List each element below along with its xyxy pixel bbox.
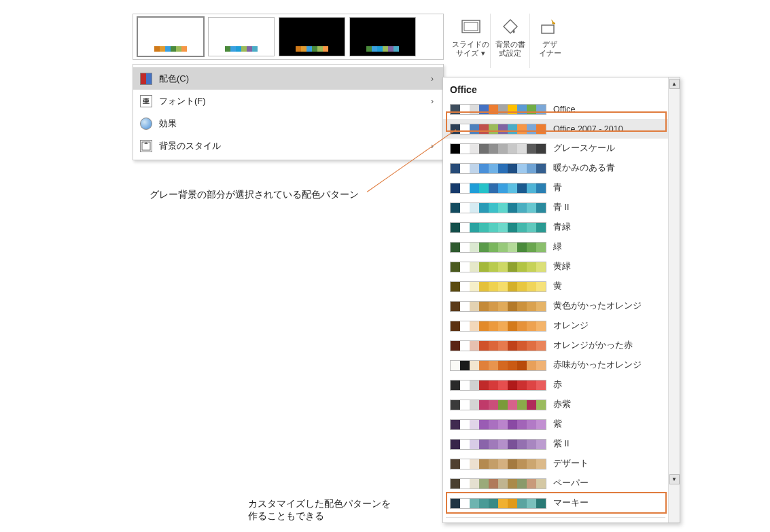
popup-bg-styles[interactable]: 背景のスタイル › — [133, 135, 443, 157]
scrollbar[interactable]: ▲ ▼ — [668, 77, 680, 522]
popup-bg-styles-label: 背景のスタイル — [159, 140, 424, 152]
separator — [446, 517, 665, 518]
color-scheme-label: 緑 — [553, 241, 661, 253]
variant-thumb-2[interactable] — [208, 17, 275, 56]
color-scheme-item[interactable]: オレンジがかった赤 — [443, 336, 668, 355]
color-swatch-set — [450, 459, 546, 469]
color-scheme-label: 黄色がかったオレンジ — [553, 300, 661, 312]
color-scheme-label: 紫 II — [553, 438, 661, 450]
color-scheme-item[interactable]: 紫 II — [443, 434, 668, 454]
designer-button[interactable]: デザ イナー — [530, 14, 570, 68]
popup-fonts[interactable]: 亜 フォント(F) › — [133, 90, 443, 112]
variant-swatch — [225, 46, 258, 52]
variant-thumb-1[interactable] — [137, 17, 204, 56]
variants-popup: 配色(C) › 亜 フォント(F) › 効果 背景のスタイル › — [133, 64, 444, 160]
popup-effects[interactable]: 効果 — [133, 112, 443, 135]
popup-colors[interactable]: 配色(C) › — [133, 67, 443, 90]
color-scheme-item[interactable]: 暖かみのある青 — [443, 158, 668, 178]
background-format-icon — [500, 16, 521, 37]
popup-colors-label: 配色(C) — [159, 73, 424, 85]
color-scheme-item[interactable]: オレンジ — [443, 316, 668, 336]
color-scheme-item[interactable]: ペーパー — [443, 474, 668, 493]
colors-icon — [140, 73, 152, 85]
color-scheme-label: オレンジがかった赤 — [553, 340, 661, 351]
color-scheme-item[interactable]: 黄 — [443, 277, 668, 296]
color-swatch-set — [450, 340, 546, 351]
variant-swatch — [296, 46, 328, 52]
flyout-header: Office — [443, 82, 668, 99]
color-scheme-flyout: Office OfficeOffice 2007 - 2010グレースケール暖か… — [442, 77, 680, 523]
slide-size-label: スライドの サイズ ▾ — [452, 40, 489, 57]
slide-size-button[interactable]: スライドの サイズ ▾ — [451, 14, 491, 68]
variant-thumb-3[interactable] — [279, 17, 345, 56]
color-swatch-set — [450, 202, 546, 213]
scroll-up-button[interactable]: ▲ — [669, 79, 680, 89]
color-scheme-label: 青 — [553, 182, 661, 194]
color-scheme-item[interactable]: Office 2007 - 2010 — [443, 119, 668, 139]
variant-gallery — [133, 14, 444, 60]
variant-swatch — [154, 46, 187, 52]
designer-label: デザ イナー — [539, 40, 561, 57]
color-swatch-set — [450, 360, 546, 371]
color-scheme-item[interactable]: Office — [443, 99, 668, 119]
ribbon-group-customize: スライドの サイズ ▾ 背景の書 式設定 デザ イナー — [451, 14, 570, 68]
customize-colors[interactable]: 色のカスタマイズ(C)... — [443, 522, 668, 522]
color-scheme-label: 青緑 — [553, 221, 661, 233]
slide-size-icon — [460, 16, 482, 37]
color-scheme-label: 暖かみのある青 — [553, 162, 661, 174]
color-scheme-label: 赤 — [553, 379, 661, 391]
color-scheme-label: グレースケール — [553, 143, 661, 154]
color-swatch-set — [450, 242, 546, 253]
color-scheme-label: 青 II — [553, 202, 661, 213]
color-scheme-item[interactable]: マーキー — [443, 493, 668, 513]
color-scheme-item[interactable]: グレースケール — [443, 139, 668, 158]
color-swatch-set — [450, 222, 546, 233]
color-scheme-item[interactable]: 青 II — [443, 198, 668, 217]
annotation-customize-2: 作ることもできる — [248, 510, 324, 522]
color-scheme-label: マーキー — [553, 497, 661, 509]
color-swatch-set — [450, 183, 546, 194]
svg-rect-2 — [542, 25, 554, 33]
color-scheme-item[interactable]: 緑 — [443, 237, 668, 257]
color-scheme-label: 黄緑 — [553, 261, 661, 272]
variant-swatch — [366, 46, 399, 52]
color-scheme-label: Office 2007 - 2010 — [553, 124, 661, 134]
scroll-down-button[interactable]: ▼ — [669, 474, 680, 484]
annotation-selected-scheme: グレー背景の部分が選択されている配色パターン — [150, 189, 359, 201]
color-scheme-item[interactable]: デザート — [443, 454, 668, 474]
color-swatch-set — [450, 104, 546, 115]
color-swatch-set — [450, 439, 546, 450]
svg-rect-1 — [464, 22, 478, 31]
color-swatch-set — [450, 498, 546, 509]
color-swatch-set — [450, 281, 546, 292]
background-format-button[interactable]: 背景の書 式設定 — [491, 14, 530, 68]
color-scheme-label: 黄 — [553, 281, 661, 292]
color-swatch-set — [450, 419, 546, 430]
popup-effects-label: 効果 — [159, 118, 434, 130]
color-scheme-item[interactable]: 赤 — [443, 375, 668, 395]
annotation-customize-1: カスタマイズした配色パターンを — [248, 498, 391, 510]
color-scheme-item[interactable]: 黄色がかったオレンジ — [443, 296, 668, 316]
color-swatch-set — [450, 321, 546, 332]
popup-fonts-label: フォント(F) — [159, 95, 424, 107]
bg-styles-icon — [140, 140, 152, 152]
color-scheme-item[interactable]: 黄緑 — [443, 257, 668, 277]
color-scheme-item[interactable]: 赤味がかったオレンジ — [443, 355, 668, 375]
color-swatch-set — [450, 262, 546, 272]
designer-icon — [539, 16, 561, 37]
background-format-label: 背景の書 式設定 — [495, 40, 525, 57]
color-scheme-label: 赤紫 — [553, 399, 661, 410]
color-scheme-item[interactable]: 青緑 — [443, 217, 668, 237]
color-scheme-label: ペーパー — [553, 478, 661, 489]
color-swatch-set — [450, 301, 546, 312]
variant-thumb-4[interactable] — [349, 17, 416, 56]
color-scheme-label: オレンジ — [553, 320, 661, 332]
effects-icon — [140, 118, 152, 130]
color-scheme-item[interactable]: 紫 — [443, 414, 668, 434]
color-scheme-label: デザート — [553, 458, 661, 469]
color-swatch-set — [450, 400, 546, 410]
fonts-icon: 亜 — [140, 95, 152, 107]
color-swatch-set — [450, 163, 546, 174]
color-scheme-item[interactable]: 赤紫 — [443, 395, 668, 414]
color-scheme-item[interactable]: 青 — [443, 178, 668, 198]
